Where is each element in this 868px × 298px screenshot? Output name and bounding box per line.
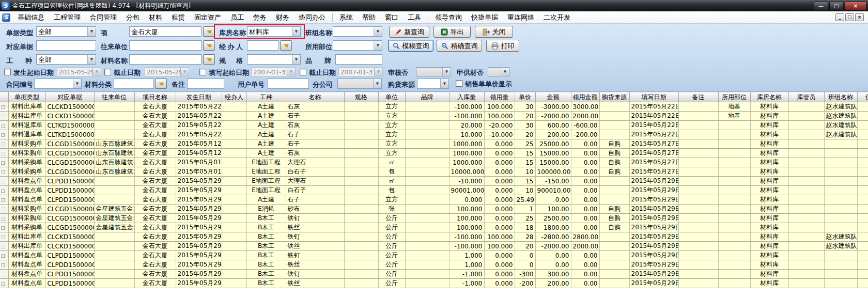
chevron-down-icon[interactable]: ▼ (292, 55, 300, 64)
cell[interactable] (94, 195, 134, 205)
cell[interactable]: 金石大厦 (134, 130, 176, 139)
cell[interactable]: 大理石 (286, 177, 344, 186)
cell[interactable]: E地面工程 (246, 158, 286, 167)
cell[interactable] (857, 167, 868, 177)
row-selector-header[interactable] (0, 92, 8, 102)
audited-combo[interactable]: ▼ (416, 67, 451, 76)
cell[interactable]: 0.000 (484, 260, 515, 270)
row-selector[interactable] (0, 205, 8, 214)
column-header[interactable]: 填写日期 (629, 92, 678, 102)
cell[interactable] (718, 130, 750, 139)
cell[interactable] (824, 139, 857, 149)
cell[interactable]: CLCKD150000002 (45, 242, 94, 251)
grid-row[interactable]: 材料盘点单CLPDD150000002金石大厦2015年05月29日B木工铁钉公… (0, 251, 868, 260)
cell[interactable]: 材料库 (750, 242, 788, 251)
grid-row[interactable]: 材料采购单CLCGD150000006金星建筑五金:金石大厦2015年05月29… (0, 205, 868, 214)
cell[interactable]: -200.00 (571, 130, 599, 139)
cell[interactable]: CLPDD150000001 (45, 195, 94, 205)
cell[interactable] (824, 279, 857, 288)
cell[interactable] (599, 112, 629, 121)
cell[interactable]: -2800.00 (535, 232, 571, 242)
cell[interactable]: 2015年05月27日 (629, 167, 678, 177)
column-header[interactable]: 领用量 (484, 92, 515, 102)
cell[interactable]: 赵水建筑队 (824, 130, 857, 139)
cell[interactable]: 100.000 (449, 214, 484, 223)
cell[interactable] (678, 242, 718, 251)
project-input[interactable]: 金石大厦 (129, 26, 202, 37)
cell[interactable]: 材料盘点单 (8, 270, 45, 279)
cell[interactable] (788, 232, 824, 242)
cell[interactable]: 材料出库单 (8, 242, 45, 251)
grid-row[interactable]: 材料采购单CLCGD150000004山东百脉建筑:金石大厦2015年05月12… (0, 149, 868, 158)
cell[interactable]: 600.00 (535, 121, 571, 130)
cell[interactable] (405, 130, 449, 139)
cell[interactable] (405, 214, 449, 223)
cell[interactable] (94, 112, 134, 121)
cell[interactable] (857, 242, 868, 251)
cell[interactable]: 山东百脉建筑: (94, 139, 134, 149)
cell[interactable] (678, 232, 718, 242)
cell[interactable]: 2015年05月29日 (629, 205, 678, 214)
cell[interactable] (222, 279, 246, 288)
cell[interactable]: CLCKD150000002 (45, 232, 94, 242)
cell[interactable]: 山东百脉建筑: (94, 149, 134, 158)
cell[interactable]: 石灰 (286, 102, 344, 112)
cell[interactable]: B木工 (246, 279, 286, 288)
cell[interactable]: 2015年05月27日 (629, 149, 678, 158)
cell[interactable]: 25.49 (515, 195, 535, 205)
fill-start-date-checkbox[interactable] (199, 69, 206, 75)
cell[interactable]: 材料库 (750, 251, 788, 260)
material-class-picker-button[interactable]: ☚ (155, 79, 167, 89)
cell[interactable]: 砂布 (286, 205, 344, 214)
cell[interactable] (94, 232, 134, 242)
cell[interactable] (788, 279, 824, 288)
cell[interactable]: 2015年05月29日 (176, 195, 222, 205)
cell[interactable]: 2000.00 (571, 242, 599, 251)
cell[interactable]: B木工 (246, 223, 286, 232)
cell[interactable]: -100.000 (449, 232, 484, 242)
cell[interactable]: A土建 (246, 130, 286, 139)
cell[interactable] (857, 158, 868, 167)
cell[interactable]: 铁丝 (286, 223, 344, 232)
cell[interactable]: CLPDD150000001 (45, 186, 94, 195)
cell[interactable]: CLPDD150000003 (45, 270, 94, 279)
cell[interactable]: 自购 (599, 214, 629, 223)
cell[interactable] (857, 205, 868, 214)
cell[interactable] (857, 186, 868, 195)
cell[interactable]: 公斤 (378, 232, 405, 242)
cell[interactable]: B木工 (246, 232, 286, 242)
cell[interactable]: 0.000 (484, 279, 515, 288)
cell[interactable]: -600.00 (571, 121, 599, 130)
fuzzy-query-button[interactable]: 模糊查询 (388, 40, 433, 52)
cell[interactable]: 2015年05月22日 (629, 102, 678, 112)
menu-item[interactable]: 员工 (226, 12, 249, 23)
cell[interactable]: 0.000 (484, 149, 515, 158)
cell[interactable]: 材料采购单 (8, 205, 45, 214)
column-header[interactable]: 库管员 (788, 92, 824, 102)
cell[interactable]: -10.000 (484, 130, 515, 139)
cell[interactable] (788, 130, 824, 139)
cell[interactable]: 自购 (599, 158, 629, 167)
new-query-button[interactable]: 新查询 (389, 26, 429, 38)
spec-combo[interactable]: ▼ (247, 54, 301, 65)
cell[interactable]: 材料库 (750, 223, 788, 232)
cell[interactable]: 2000.00 (571, 112, 599, 121)
cell[interactable]: 自购 (599, 139, 629, 149)
grid-row[interactable]: 材料采购单CLCGD150000006金星建筑五金:金石大厦2015年05月29… (0, 214, 868, 223)
cell[interactable]: 自购 (599, 205, 629, 214)
cell[interactable]: 金石大厦 (134, 242, 176, 251)
cell[interactable] (599, 242, 629, 251)
cell[interactable] (788, 270, 824, 279)
cell[interactable] (405, 177, 449, 186)
cell[interactable] (718, 232, 750, 242)
cell[interactable]: 2015年05月29日 (176, 279, 222, 288)
cell[interactable]: 2015年05月29日 (176, 251, 222, 260)
cell[interactable]: CLCGD150000005 (45, 158, 94, 167)
cell[interactable] (718, 149, 750, 158)
cell[interactable] (718, 214, 750, 223)
cell[interactable] (788, 139, 824, 149)
cell[interactable]: 0.00 (571, 279, 599, 288)
cell[interactable] (599, 177, 629, 186)
cell[interactable]: 材料盘点单 (8, 195, 45, 205)
menu-item[interactable]: 领导查询 (430, 12, 467, 23)
